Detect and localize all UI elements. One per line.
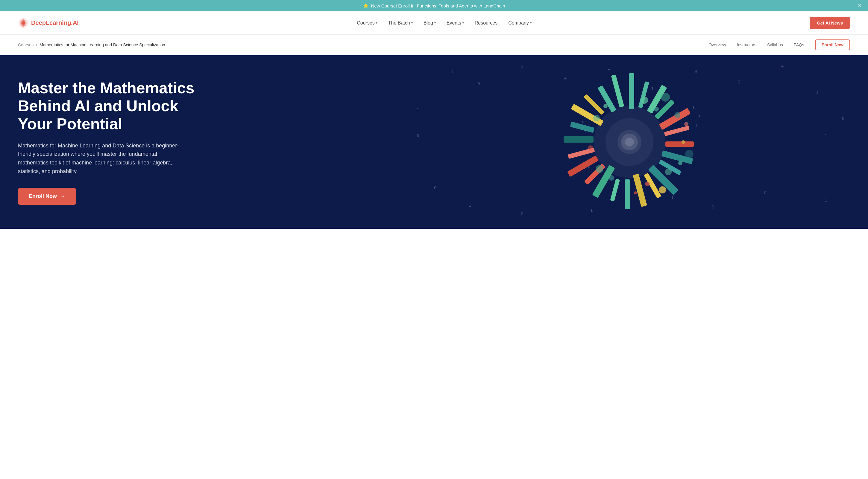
announcement-link[interactable]: Functions, Tools and Agents with LangCha… [417,3,505,8]
enroll-now-hero-button[interactable]: Enroll Now → [18,188,76,205]
logo-text: DeepLearning.AI [31,20,79,26]
breadcrumb-root[interactable]: Courses [18,42,33,47]
subnav-faqs[interactable]: FAQs [794,42,804,47]
svg-point-32 [661,93,670,102]
svg-rect-18 [625,179,630,209]
svg-point-40 [685,150,693,158]
svg-point-38 [665,169,672,175]
breadcrumb-separator: › [36,43,37,47]
svg-point-30 [641,97,648,104]
hero-content: Master the Mathematics Behind AI and Unl… [18,79,197,205]
nav-item-resources[interactable]: Resources [475,20,497,26]
breadcrumb: Courses › Mathematics for Machine Learni… [18,42,165,47]
svg-rect-11 [664,126,690,136]
chevron-down-icon: ▾ [434,21,436,25]
announcement-bar: ⭐ New Course! Enroll in Functions, Tools… [0,0,868,11]
breadcrumb-current: Mathematics for Machine Learning and Dat… [39,42,165,47]
chevron-down-icon: ▾ [411,21,413,25]
svg-text:0: 0 [698,115,701,119]
hero-description: Mathematics for Machine Learning and Dat… [18,141,180,176]
svg-point-42 [634,191,637,194]
svg-point-31 [654,107,659,111]
chevron-down-icon: ▾ [376,21,377,25]
svg-point-35 [603,104,608,108]
svg-text:0: 0 [588,166,590,170]
chevron-down-icon: ▾ [530,21,532,25]
svg-point-37 [596,165,603,173]
close-announcement-button[interactable]: ✕ [858,3,862,8]
nav-item-events[interactable]: Events ▾ [446,20,464,26]
chevron-down-icon: ▾ [462,21,464,25]
nav-item-blog[interactable]: Blog ▾ [424,20,436,26]
svg-point-33 [674,112,680,118]
svg-rect-7 [638,81,649,108]
svg-text:1: 1 [671,196,674,200]
sub-nav: Courses › Mathematics for Machine Learni… [0,35,868,55]
nav-item-the-batch[interactable]: The Batch ▾ [388,20,413,26]
svg-text:1: 1 [695,124,698,128]
sub-nav-right: Overview Instructors Syllabus FAQs Enrol… [709,39,850,50]
logo[interactable]: DeepLearning.AI [18,18,79,28]
subnav-overview[interactable]: Overview [709,42,726,47]
hero-visual: 1 0 1 0 1 0 1 0 [391,55,868,229]
subnav-instructors[interactable]: Instructors [737,42,756,47]
nav-links: Courses ▾ The Batch ▾ Blog ▾ Events ▾ Re… [357,20,531,26]
enroll-now-subnav-button[interactable]: Enroll Now [815,39,850,50]
hero-title: Master the Mathematics Behind AI and Unl… [18,79,197,133]
svg-point-46 [682,140,685,144]
svg-point-48 [625,138,634,146]
sunburst-graphic: 1 0 1 0 1 0 1 0 [552,64,707,220]
svg-text:0: 0 [644,202,647,206]
hero-section: 1 0 1 0 1 1 0 1 0 1 0 1 0 1 0 1 0 1 0 1 … [0,55,868,229]
nav-item-courses[interactable]: Courses ▾ [357,20,377,26]
svg-point-34 [593,115,600,122]
logo-icon [18,18,29,28]
svg-rect-12 [665,141,694,147]
svg-point-39 [678,161,682,165]
subnav-syllabus[interactable]: Syllabus [767,42,783,47]
svg-rect-20 [592,165,615,198]
announcement-icon: ⭐ [363,3,369,8]
nav-item-company[interactable]: Company ▾ [508,20,531,26]
svg-rect-6 [629,73,634,109]
svg-rect-19 [610,178,620,201]
svg-point-36 [609,175,614,181]
svg-point-43 [684,122,688,126]
arrow-icon: → [60,193,65,199]
svg-point-41 [645,181,650,186]
svg-point-45 [659,186,666,194]
announcement-prefix: New Course! Enroll in [371,3,414,8]
svg-rect-24 [564,136,593,143]
svg-text:1: 1 [585,130,587,134]
svg-rect-29 [611,74,624,107]
svg-text:0: 0 [582,121,584,125]
navbar: DeepLearning.AI Courses ▾ The Batch ▾ Bl… [0,11,868,35]
get-ai-news-button[interactable]: Get AI News [810,17,850,29]
svg-point-44 [588,145,593,151]
svg-text:1: 1 [692,106,694,110]
